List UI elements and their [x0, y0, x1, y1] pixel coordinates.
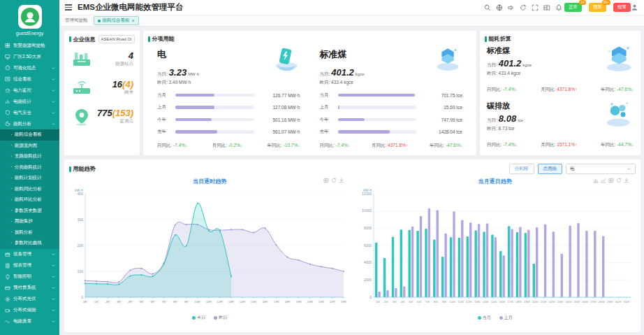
sidebar-subitem-branch-energy-stats[interactable]: ·支路能耗统计	[0, 151, 59, 162]
svg-text:22日: 22日	[548, 300, 555, 304]
search-icon[interactable]	[484, 4, 491, 11]
legend-item[interactable]: 今日	[192, 315, 205, 321]
line-chart-icon[interactable]	[601, 178, 606, 183]
sidebar-item-smart-lighting[interactable]: 智能照明	[0, 271, 59, 283]
bar-value: 126.77 MW·h	[258, 93, 300, 98]
sidebar-item-plant-25d-screen[interactable]: 厂区2.5D大屏	[0, 51, 59, 62]
sidebar-subitem-energy-plan-stats[interactable]: ·能耗计划统计	[0, 173, 59, 184]
bullet-dot: ·	[10, 176, 13, 180]
svg-text:16日: 16日	[499, 300, 505, 304]
sidebar-subitem-loss-analysis[interactable]: ·损耗分析	[0, 227, 59, 238]
conversion-sections: 标准煤当日:401.2kgce昨日: 433.4 kgce日同比: -7.4%↓…	[480, 44, 641, 155]
sidebar-item-electrical-safety[interactable]: 电气安全	[0, 107, 59, 118]
legend-dot	[499, 316, 503, 320]
sidebar-item-distributed-storage[interactable]: 分布式储能	[0, 305, 59, 316]
sidebar-item-device-management[interactable]: 设备管理	[0, 249, 59, 260]
sidebar-subitem-energy-flow-diagram[interactable]: ·能源流向图	[0, 141, 59, 152]
ratio-value: 4371.8%↑	[557, 87, 577, 92]
ratio-item: 月同比: 4371.8%↑	[541, 87, 577, 93]
user-icon[interactable]	[631, 3, 638, 11]
sidebar-item-energy-statistics[interactable]: 电能统计	[0, 96, 59, 107]
ratio-item: 月同比: 4371.8%↑	[372, 143, 408, 149]
svg-text:5时: 5时	[139, 300, 144, 304]
sidebar-item-label: 设备管理	[13, 251, 48, 257]
sidebar-item-energy-analysis[interactable]: 能耗分析	[0, 118, 59, 129]
refresh-icon[interactable]	[616, 178, 622, 183]
download-icon[interactable]	[339, 178, 344, 183]
energy-type-value: 电	[570, 166, 575, 172]
sidebar-item-label: 智慧能源驾驶舱	[13, 43, 56, 49]
fullscreen-icon[interactable]	[532, 4, 539, 11]
status-badge-amber[interactable]: 预警20+	[589, 3, 606, 12]
sidebar-item-report-management[interactable]: 报表管理	[0, 260, 59, 271]
wave-icon	[5, 319, 10, 325]
panel-title: 企业信息	[73, 36, 96, 43]
stat-extra-value: (153)	[112, 108, 133, 118]
status-badge-red[interactable]: 报警	[613, 3, 631, 12]
site-selector[interactable]: ASEAN Road Oi	[98, 35, 136, 43]
sidebar-subitem-meter-reading[interactable]: ·用能集抄	[0, 216, 59, 227]
sidebar-item-prepaid-system[interactable]: 预付费系统	[0, 283, 59, 294]
user-menu[interactable]	[631, 3, 638, 11]
coal-3d-icon	[601, 44, 634, 71]
ratio-label: 年同比:	[268, 143, 284, 148]
legend-label: 昨日	[219, 315, 227, 321]
trend-mode-button[interactable]: 分时段	[509, 164, 534, 174]
refresh-icon[interactable]	[520, 4, 527, 11]
tab-home[interactable]: 管理驾驶舱	[65, 17, 88, 24]
volume-icon[interactable]	[508, 4, 515, 11]
today-label: 当日:	[487, 62, 497, 67]
ratio-item: 月同比: -0.2%↓	[212, 143, 242, 149]
menu-toggle-icon[interactable]	[65, 4, 72, 10]
language-icon[interactable]	[496, 4, 503, 11]
notification-icon[interactable]	[555, 4, 562, 11]
legend-item[interactable]: 上月	[499, 315, 513, 321]
svg-text:20日: 20日	[532, 300, 539, 304]
status-badge-green[interactable]: 正常14	[564, 3, 582, 12]
sidebar-item-label: 分布式光伏	[13, 296, 48, 302]
ratio-item: 日同比: -7.4%↓	[320, 143, 350, 149]
bullet-dot: ·	[10, 165, 13, 169]
bar-fill	[338, 106, 339, 109]
sidebar-subitem-energy-overview-board[interactable]: ·能耗综合看板	[0, 129, 59, 141]
svg-text:2日: 2日	[383, 300, 388, 304]
sidebar-item-distributed-pv[interactable]: 分布式光伏	[0, 294, 59, 305]
close-icon[interactable]: ×	[132, 18, 135, 23]
sub-energy-panel: 分项用能 电当日:3.23MW·h昨日: 3.49 MW·h当月126.77 M…	[143, 31, 476, 155]
svg-text:100: 100	[78, 269, 84, 273]
energy-type-select[interactable]: 电	[566, 164, 636, 174]
card-icon	[5, 285, 10, 291]
tab-active[interactable]: 能耗综合看板 ×	[94, 16, 139, 25]
sidebar-item-label: 报表管理	[13, 262, 48, 269]
trend-mode-button[interactable]: 总用能	[538, 164, 563, 174]
sidebar-item-visual-config[interactable]: 可视化组态	[0, 62, 59, 73]
sidebar-item-smart-energy-cockpit[interactable]: 智慧能源驾驶舱	[0, 40, 59, 51]
panel-title: 分项用能	[152, 35, 175, 43]
restore-icon[interactable]	[608, 178, 614, 183]
legend-item[interactable]: 昨日	[214, 315, 227, 321]
restore-icon[interactable]	[323, 178, 329, 183]
theme-icon[interactable]	[543, 4, 550, 11]
sidebar-subitem-category-energy-stats[interactable]: ·分类能耗统计	[0, 162, 59, 173]
legend-item[interactable]: 当月	[478, 315, 491, 321]
bar-value: 15.69 tce	[420, 105, 462, 110]
today-value: 8.08	[499, 113, 516, 124]
ratio-value: -10.7%↓	[284, 143, 300, 148]
download-icon[interactable]	[624, 178, 629, 183]
ratio-item: 年同比: -10.7%↓	[268, 143, 300, 149]
sidebar-item-power-quality[interactable]: 电能质量	[0, 316, 59, 327]
sidebar-subitem-energy-yoy-analysis[interactable]: ·能耗同比分析	[0, 184, 59, 195]
sidebar-subitem-parameter-compare[interactable]: ·参数对比曲线	[0, 238, 59, 249]
sidebar-item-power-monitoring[interactable]: 电力监控	[0, 85, 59, 96]
svg-text:kW·h: kW·h	[75, 188, 83, 192]
bar-chart-icon[interactable]	[593, 178, 599, 183]
svg-text:200: 200	[78, 243, 84, 248]
ratio-value: -7.4%↓	[336, 143, 350, 148]
sidebar-subitem-parameter-history[interactable]: ·参数历史数据	[0, 206, 59, 217]
sidebar-item-overview-board[interactable]: 综合看板	[0, 73, 59, 85]
bar-track	[175, 106, 254, 109]
refresh-icon[interactable]	[331, 178, 337, 183]
svg-text:28日: 28日	[599, 300, 605, 304]
sidebar-subitem-energy-mom-analysis[interactable]: ·能耗环比分析	[0, 194, 59, 206]
stat-text: 775(153)监测点	[93, 108, 133, 124]
